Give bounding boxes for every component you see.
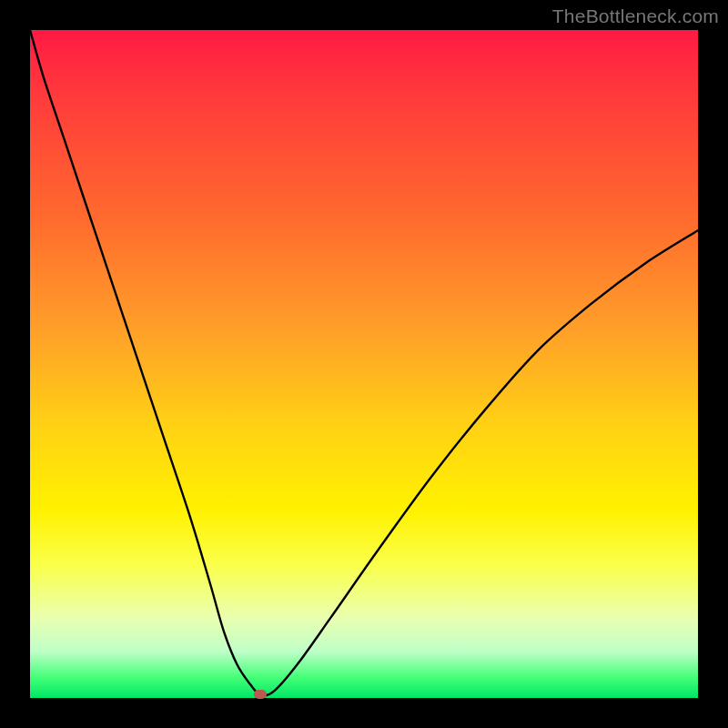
bottleneck-curve — [30, 30, 698, 698]
watermark-text: TheBottleneck.com — [552, 5, 719, 27]
chart-frame: TheBottleneck.com — [0, 0, 728, 728]
plot-area — [30, 30, 698, 698]
minimum-marker — [254, 690, 267, 699]
